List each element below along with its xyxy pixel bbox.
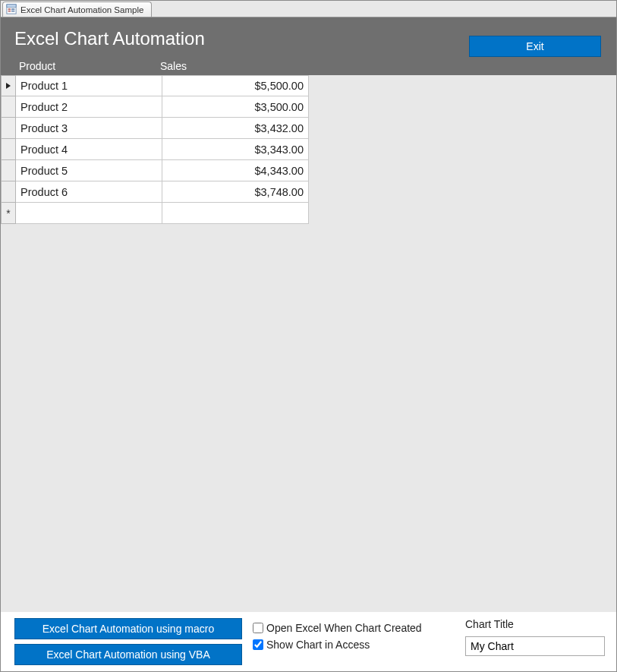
cell-sales[interactable]: $3,343.00: [162, 139, 309, 160]
show-chart-checkbox[interactable]: [253, 639, 263, 650]
cell-sales[interactable]: $5,500.00: [162, 75, 309, 96]
svg-rect-4: [11, 8, 14, 10]
record-selector[interactable]: [1, 139, 16, 160]
exit-button[interactable]: Exit: [469, 36, 601, 57]
tab-bar: Excel Chart Automation Sample: [1, 1, 616, 17]
svg-marker-6: [6, 83, 11, 89]
form-header: Excel Chart Automation Exit Product Sale…: [1, 17, 616, 75]
svg-rect-3: [8, 10, 11, 11]
table-row[interactable]: Product 3 $3,432.00: [1, 118, 309, 139]
open-excel-label: Open Excel When Chart Created: [266, 622, 422, 634]
cell-sales[interactable]: $3,748.00: [162, 181, 309, 203]
open-excel-checkbox[interactable]: [253, 623, 263, 633]
cell-product[interactable]: [16, 203, 162, 224]
datasheet: Product 1 $5,500.00 Product 2 $3,500.00 …: [1, 75, 309, 224]
column-header-sales: Sales: [160, 60, 304, 72]
column-headers: Product Sales: [19, 60, 304, 72]
cell-product[interactable]: Product 2: [16, 96, 162, 118]
record-selector[interactable]: [1, 181, 16, 203]
cell-product[interactable]: Product 4: [16, 139, 162, 160]
window: Excel Chart Automation Sample Excel Char…: [0, 0, 617, 672]
tab-sample[interactable]: Excel Chart Automation Sample: [2, 2, 152, 17]
chart-title-label: Chart Title: [465, 618, 605, 630]
automation-macro-label: Excel Chart Automation using macro: [42, 623, 214, 635]
show-chart-checkbox-row[interactable]: Show Chart in Access: [253, 636, 422, 653]
table-row[interactable]: Product 6 $3,748.00: [1, 181, 309, 203]
record-selector-new[interactable]: *: [1, 203, 16, 224]
new-record-icon: *: [6, 208, 10, 219]
form-icon: [6, 4, 17, 16]
show-chart-label: Show Chart in Access: [266, 639, 370, 651]
column-header-product: Product: [19, 60, 160, 72]
form-body: Product 1 $5,500.00 Product 2 $3,500.00 …: [1, 75, 616, 612]
record-selector-current[interactable]: [1, 75, 16, 96]
cell-product[interactable]: Product 6: [16, 181, 162, 203]
tab-label: Excel Chart Automation Sample: [20, 5, 143, 14]
cell-sales[interactable]: $4,343.00: [162, 160, 309, 181]
cell-product[interactable]: Product 3: [16, 118, 162, 139]
table-row[interactable]: Product 1 $5,500.00: [1, 75, 309, 96]
exit-button-label: Exit: [526, 40, 543, 52]
table-row[interactable]: Product 5 $4,343.00: [1, 160, 309, 181]
automation-vba-button[interactable]: Excel Chart Automation using VBA: [14, 644, 242, 665]
cell-sales[interactable]: $3,432.00: [162, 118, 309, 139]
automation-macro-button[interactable]: Excel Chart Automation using macro: [14, 618, 242, 639]
open-excel-checkbox-row[interactable]: Open Excel When Chart Created: [253, 620, 422, 636]
cell-product[interactable]: Product 5: [16, 160, 162, 181]
chart-title-input[interactable]: [465, 636, 605, 656]
table-row-new[interactable]: *: [1, 203, 309, 224]
current-record-icon: [5, 80, 12, 92]
svg-rect-1: [7, 4, 16, 7]
cell-sales[interactable]: [162, 203, 309, 224]
cell-sales[interactable]: $3,500.00: [162, 96, 309, 118]
table-row[interactable]: Product 4 $3,343.00: [1, 139, 309, 160]
record-selector[interactable]: [1, 118, 16, 139]
page-title: Excel Chart Automation: [14, 28, 205, 49]
svg-rect-5: [11, 10, 14, 11]
record-selector[interactable]: [1, 96, 16, 118]
table-row[interactable]: Product 2 $3,500.00: [1, 96, 309, 118]
form-footer: Excel Chart Automation using macro Excel…: [1, 612, 616, 671]
svg-rect-2: [8, 8, 11, 10]
cell-product[interactable]: Product 1: [16, 75, 162, 96]
automation-vba-label: Excel Chart Automation using VBA: [46, 648, 210, 661]
record-selector[interactable]: [1, 160, 16, 181]
